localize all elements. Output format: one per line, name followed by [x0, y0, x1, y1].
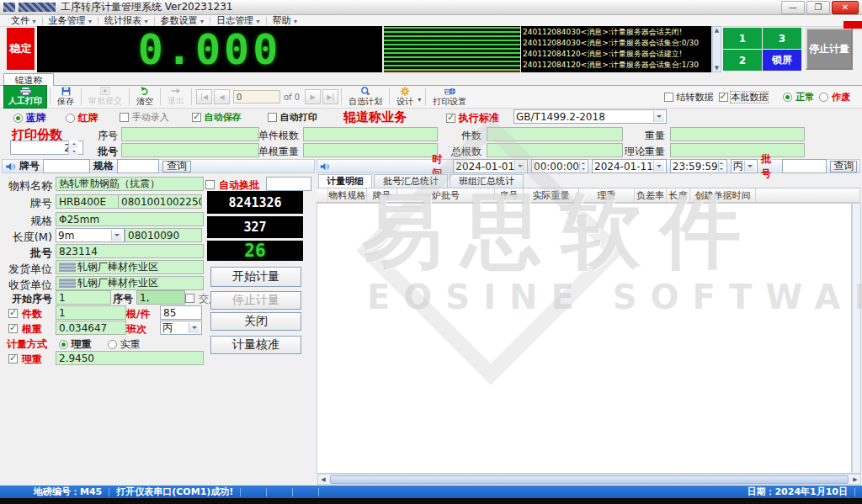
manual-entry-checkbox[interactable]: 手动录入	[120, 111, 169, 124]
col-length[interactable]: 长度	[667, 188, 690, 203]
tab-measure-detail[interactable]: 计量明细	[318, 174, 372, 188]
theory-checkbox[interactable]	[8, 353, 18, 364]
length-select[interactable]: 9m	[56, 228, 125, 242]
length-code-field[interactable]: 08010090	[125, 228, 202, 242]
scroll-thumb[interactable]	[330, 475, 849, 484]
shift-select[interactable]: 丙	[160, 321, 202, 335]
pieces-checkbox[interactable]	[8, 307, 18, 319]
root-weight-field[interactable]: 0.034647	[56, 321, 126, 335]
time-to-stepper[interactable]: 23:59:59	[670, 159, 727, 173]
header-grade-input[interactable]	[43, 159, 90, 173]
start-seq-field[interactable]: 1	[56, 290, 111, 305]
auto-print-checkbox[interactable]: 自动打印	[268, 111, 317, 124]
theory2-field[interactable]: 2.9450	[56, 351, 204, 365]
menu-business[interactable]: 业务管理 ▾	[43, 14, 98, 27]
nav-next-button[interactable]: ▶	[305, 89, 321, 104]
header-spec-input[interactable]	[117, 159, 159, 173]
scale-button-3[interactable]: 3	[763, 28, 801, 49]
exec-standard-checkbox[interactable]: 执行标准	[446, 111, 499, 125]
col-create-time[interactable]: 创建单据时间	[690, 188, 756, 203]
scale-button-2[interactable]: 2	[723, 50, 762, 71]
blue-plate-radio[interactable]: 蓝牌	[13, 111, 46, 125]
batch-filter-input[interactable]	[782, 159, 827, 173]
manual-print-button[interactable]: 人工打印	[3, 85, 47, 109]
weight-field[interactable]	[670, 127, 805, 141]
col-neg-rate[interactable]: 负差率	[635, 188, 667, 203]
pieces-field[interactable]	[487, 127, 623, 141]
left-query-button[interactable]: 查询	[162, 161, 191, 172]
material-field[interactable]: 热轧带肋钢筋（抗震）	[56, 177, 204, 191]
col-heat-batch[interactable]: 炉批号	[397, 188, 495, 203]
unit-roots-field[interactable]	[303, 127, 438, 141]
nav-first-button[interactable]: |◀	[196, 89, 212, 104]
col-actual-weight[interactable]: 实际重量	[524, 188, 579, 203]
design-button[interactable]: 设计	[392, 86, 418, 108]
void-radio[interactable]: 作废	[819, 91, 850, 103]
stop-measure-button[interactable]: 停止计量	[806, 28, 853, 70]
auto-batch-field[interactable]	[266, 177, 311, 191]
col-grade[interactable]: 牌号	[367, 188, 397, 203]
clear-button[interactable]: 清空	[132, 86, 157, 108]
auto-batch-checkbox[interactable]	[205, 178, 215, 190]
minimize-button[interactable]: —	[781, 1, 805, 14]
roots-per-field[interactable]: 85	[160, 305, 202, 320]
message-scrollbar[interactable]: ▲▼	[712, 26, 721, 72]
close-button[interactable]: ✕	[832, 1, 859, 14]
theory-weight-field[interactable]	[670, 143, 805, 157]
tab-shift-summary[interactable]: 班组汇总统计	[450, 174, 524, 188]
scroll-left-arrow[interactable]: ◀	[318, 475, 328, 484]
date-to-picker[interactable]: 2024-01-11	[592, 159, 667, 173]
this-batch-checkbox[interactable]: 本批数据	[719, 91, 769, 103]
col-theory-weight[interactable]: 理重	[579, 188, 635, 203]
cross-checkbox[interactable]	[185, 292, 194, 304]
design-dropdown-arrow[interactable]: ▾	[418, 96, 421, 103]
scale-button-1[interactable]: 1	[723, 28, 762, 49]
close-panel-button[interactable]: 关闭	[210, 312, 301, 331]
auto-save-checkbox[interactable]: 自动保存	[192, 111, 242, 124]
normal-radio[interactable]: 正常	[783, 91, 814, 103]
copies-spin-buttons[interactable]	[68, 141, 78, 155]
shift-filter-select[interactable]: 丙	[731, 159, 758, 173]
tab-batch-summary[interactable]: 批号汇总统计	[374, 174, 448, 188]
seq-field[interactable]	[121, 127, 259, 141]
sender-field[interactable]: 轧钢厂棒材作业区	[56, 260, 204, 274]
time-from-stepper[interactable]: 00:00:00	[531, 159, 588, 173]
standard-select[interactable]: GB/T1499.2-2018	[513, 109, 667, 124]
scroll-right-arrow[interactable]: ▶	[850, 475, 860, 484]
seq2-field[interactable]: 1,	[136, 290, 185, 305]
root-weight-checkbox[interactable]	[8, 322, 18, 334]
right-query-button[interactable]: 查询	[830, 161, 857, 172]
table-vertical-scrollbar[interactable]	[852, 203, 861, 474]
receiver-field[interactable]: 轧钢厂棒材作业区	[56, 276, 204, 290]
grade-code-field[interactable]: 0801001002250	[118, 194, 202, 209]
col-seq[interactable]: 序号	[495, 188, 524, 203]
restore-button[interactable]: ❐	[806, 1, 830, 14]
theory-radio[interactable]: 理重	[59, 337, 92, 352]
nav-last-button[interactable]: ▶|	[322, 89, 338, 104]
menu-file[interactable]: 文件 ▾	[5, 14, 42, 27]
red-plate-radio[interactable]: 红牌	[66, 111, 98, 125]
spin-buttons[interactable]	[579, 161, 586, 172]
table-body[interactable]	[317, 203, 852, 474]
start-measure-button[interactable]: 开始计量	[210, 267, 301, 287]
spin-buttons[interactable]	[718, 161, 725, 172]
actual-radio[interactable]: 实重	[108, 337, 141, 352]
col-material-spec[interactable]: 物料规格	[328, 188, 367, 203]
save-button[interactable]: 保存	[53, 86, 78, 108]
custom-plan-button[interactable]: 自选计划	[344, 86, 386, 108]
table-horizontal-scrollbar[interactable]: ◀ ▶	[317, 474, 861, 485]
grade-field[interactable]: HRB400E	[56, 194, 120, 209]
carryover-checkbox[interactable]: 结转数据	[664, 91, 714, 103]
pieces2-field[interactable]: 1	[56, 305, 126, 320]
record-number-field[interactable]: 0	[233, 90, 280, 103]
verify-button[interactable]: 计量核准	[210, 336, 301, 354]
print-settings-button[interactable]: 打印设置	[428, 86, 471, 108]
batch-no-field[interactable]: 823114	[56, 244, 204, 258]
nav-prev-button[interactable]: ◀	[214, 89, 230, 104]
lock-screen-button[interactable]: 锁屏	[763, 50, 801, 71]
total-roots-field[interactable]	[487, 143, 623, 157]
spec-field[interactable]: Φ25mm	[56, 212, 204, 226]
batch-field[interactable]	[121, 143, 259, 157]
unit-weight-field[interactable]	[303, 143, 438, 157]
date-from-picker[interactable]: 2024-01-01	[453, 159, 528, 173]
